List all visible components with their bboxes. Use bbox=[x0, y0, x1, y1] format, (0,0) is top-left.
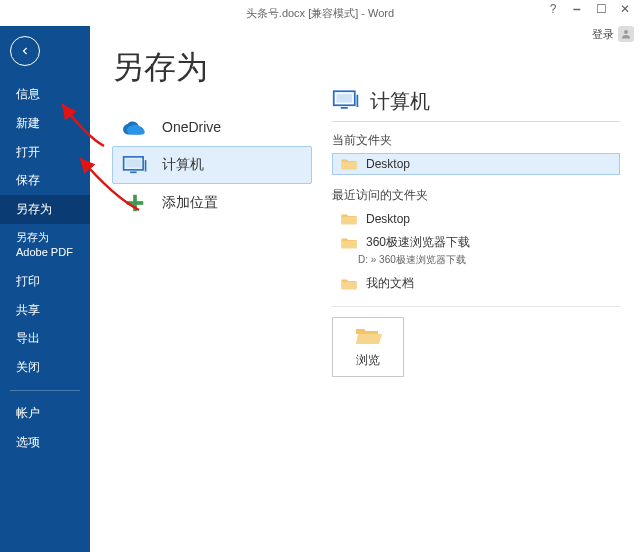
maximize-icon[interactable]: ☐ bbox=[590, 2, 612, 16]
separator bbox=[332, 306, 620, 307]
nav-info[interactable]: 信息 bbox=[0, 80, 90, 109]
recent-folder-row[interactable]: 360极速浏览器下载 bbox=[332, 230, 620, 255]
folder-open-icon bbox=[354, 326, 382, 346]
location-add-place[interactable]: 添加位置 bbox=[112, 184, 312, 222]
location-label: 添加位置 bbox=[162, 194, 218, 212]
svg-rect-6 bbox=[127, 201, 144, 205]
nav-save-as[interactable]: 另存为 bbox=[0, 195, 90, 224]
add-place-icon bbox=[122, 192, 148, 214]
back-button[interactable] bbox=[10, 36, 40, 66]
folder-name: Desktop bbox=[366, 212, 410, 226]
minimize-icon[interactable]: ‒ bbox=[566, 2, 588, 16]
page-title: 另存为 bbox=[112, 46, 312, 90]
help-icon[interactable]: ? bbox=[542, 2, 564, 16]
location-label: 计算机 bbox=[162, 156, 204, 174]
folder-icon bbox=[340, 277, 358, 291]
folder-name: Desktop bbox=[366, 157, 410, 171]
details-heading-row: 计算机 bbox=[332, 88, 620, 122]
current-folder-label: 当前文件夹 bbox=[332, 132, 620, 149]
folder-subpath: D: » 360极速浏览器下载 bbox=[358, 253, 620, 267]
details-heading: 计算机 bbox=[370, 88, 430, 115]
folder-icon bbox=[340, 212, 358, 226]
recent-folders-label: 最近访问的文件夹 bbox=[332, 187, 620, 204]
location-label: OneDrive bbox=[162, 119, 221, 135]
folder-name: 360极速浏览器下载 bbox=[366, 234, 470, 251]
nav-print[interactable]: 打印 bbox=[0, 267, 90, 296]
folder-name: 我的文档 bbox=[366, 275, 414, 292]
nav-save[interactable]: 保存 bbox=[0, 166, 90, 195]
svg-rect-10 bbox=[341, 107, 348, 109]
window-controls: ? ‒ ☐ ✕ bbox=[542, 2, 636, 16]
nav-export[interactable]: 导出 bbox=[0, 324, 90, 353]
location-computer[interactable]: 计算机 bbox=[112, 146, 312, 184]
sidebar: 信息 新建 打开 保存 另存为 另存为 Adobe PDF 打印 共享 导出 关… bbox=[0, 26, 90, 552]
recent-folder-row[interactable]: 我的文档 bbox=[332, 271, 620, 296]
nav-save-as-adobe-pdf[interactable]: 另存为 Adobe PDF bbox=[0, 224, 90, 267]
nav-options[interactable]: 选项 bbox=[0, 428, 90, 457]
login-label: 登录 bbox=[592, 27, 614, 42]
locations-column: 另存为 OneDrive 计算机 bbox=[112, 42, 312, 542]
recent-folder-row[interactable]: Desktop bbox=[332, 208, 620, 230]
nav-share[interactable]: 共享 bbox=[0, 296, 90, 325]
close-icon[interactable]: ✕ bbox=[614, 2, 636, 16]
computer-icon bbox=[332, 89, 360, 114]
svg-point-0 bbox=[624, 30, 628, 34]
current-folder-row[interactable]: Desktop bbox=[332, 153, 620, 175]
svg-rect-3 bbox=[145, 160, 147, 171]
login-area[interactable]: 登录 bbox=[592, 26, 634, 42]
details-column: 计算机 当前文件夹 Desktop 最近访问的文件夹 Desktop 360极速… bbox=[332, 42, 630, 542]
main-area: 另存为 OneDrive 计算机 bbox=[90, 26, 640, 552]
svg-rect-8 bbox=[336, 94, 352, 103]
nav-close[interactable]: 关闭 bbox=[0, 353, 90, 382]
nav-open[interactable]: 打开 bbox=[0, 138, 90, 167]
location-onedrive[interactable]: OneDrive bbox=[112, 108, 312, 146]
window-title: 头条号.docx [兼容模式] - Word bbox=[246, 6, 394, 21]
avatar-icon bbox=[618, 26, 634, 42]
svg-rect-9 bbox=[357, 95, 359, 107]
nav-separator bbox=[10, 390, 80, 391]
svg-rect-2 bbox=[126, 159, 141, 167]
browse-label: 浏览 bbox=[356, 352, 380, 369]
nav-account[interactable]: 帐户 bbox=[0, 399, 90, 428]
nav-new[interactable]: 新建 bbox=[0, 109, 90, 138]
svg-rect-4 bbox=[130, 172, 137, 174]
computer-icon bbox=[122, 154, 148, 176]
folder-icon bbox=[340, 236, 358, 250]
title-bar: 头条号.docx [兼容模式] - Word ? ‒ ☐ ✕ bbox=[0, 0, 640, 26]
browse-button[interactable]: 浏览 bbox=[332, 317, 404, 377]
folder-icon bbox=[340, 157, 358, 171]
onedrive-icon bbox=[122, 116, 148, 138]
